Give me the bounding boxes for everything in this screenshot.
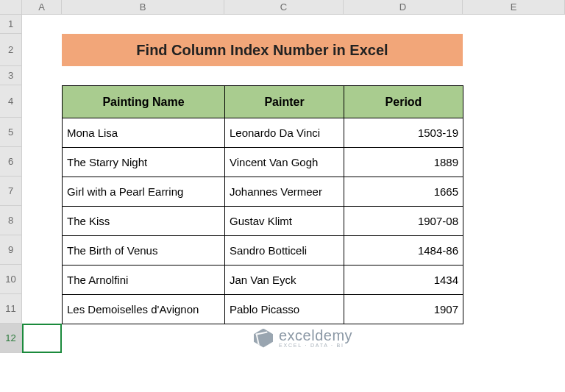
col-painter[interactable]: Painter xyxy=(225,86,344,118)
cell-painting-name[interactable]: Mona Lisa xyxy=(63,118,225,148)
sheet-area[interactable]: Find Column Index Number in Excel Painti… xyxy=(22,15,565,392)
table-row: The Birth of VenusSandro Botticeli1484-8… xyxy=(63,236,463,266)
cell-period[interactable]: 1484-86 xyxy=(344,236,463,266)
row-header-1[interactable]: 1 xyxy=(0,15,21,34)
row-header-2[interactable]: 2 xyxy=(0,34,21,66)
brand-logo: exceldemy EXCEL · DATA · BI xyxy=(254,328,352,348)
cell-painter[interactable]: Gustav Klimt xyxy=(225,207,344,236)
cell-painting-name[interactable]: The Starry Night xyxy=(63,148,225,177)
cell-painting-name[interactable]: Les Demoiselles d'Avignon xyxy=(63,295,225,324)
cell-period[interactable]: 1434 xyxy=(344,266,463,295)
selection-indicator xyxy=(22,324,62,353)
col-painting-name[interactable]: Painting Name xyxy=(63,86,225,118)
row-header-9[interactable]: 9 xyxy=(0,235,21,265)
cell-period[interactable]: 1665 xyxy=(344,177,463,207)
col-header-D[interactable]: D xyxy=(344,0,463,14)
table-row: Les Demoiselles d'AvignonPablo Picasso19… xyxy=(63,295,463,324)
brand-tagline: EXCEL · DATA · BI xyxy=(279,343,352,348)
cell-painter[interactable]: Vincent Van Gogh xyxy=(225,148,344,177)
col-header-A[interactable]: A xyxy=(22,0,62,14)
column-headers: ABCDE xyxy=(0,0,565,15)
table-row: The Starry NightVincent Van Gogh1889 xyxy=(63,148,463,177)
cell-period[interactable]: 1907 xyxy=(344,295,463,324)
col-header-E[interactable]: E xyxy=(463,0,565,14)
row-header-7[interactable]: 7 xyxy=(0,177,21,206)
col-header-B[interactable]: B xyxy=(62,0,224,14)
cell-painting-name[interactable]: The Kiss xyxy=(63,207,225,236)
table-row: Mona LisaLeonardo Da Vinci1503-19 xyxy=(63,118,463,148)
row-header-4[interactable]: 4 xyxy=(0,85,21,118)
row-header-5[interactable]: 5 xyxy=(0,118,21,147)
row-header-10[interactable]: 10 xyxy=(0,265,21,294)
cell-painting-name[interactable]: Girl with a Pearl Earring xyxy=(63,177,225,207)
page-title-text: Find Column Index Number in Excel xyxy=(136,42,388,59)
table-header-row: Painting Name Painter Period xyxy=(63,86,463,118)
col-header-C[interactable]: C xyxy=(224,0,344,14)
cell-period[interactable]: 1907-08 xyxy=(344,207,463,236)
select-all-corner[interactable] xyxy=(0,0,22,14)
row-header-6[interactable]: 6 xyxy=(0,147,21,177)
row-header-12[interactable]: 12 xyxy=(0,324,21,353)
col-period[interactable]: Period xyxy=(344,86,463,118)
cell-painter[interactable]: Jan Van Eyck xyxy=(225,266,344,295)
row-header-3[interactable]: 3 xyxy=(0,66,21,85)
logo-text: exceldemy EXCEL · DATA · BI xyxy=(279,328,352,348)
table-row: The KissGustav Klimt1907-08 xyxy=(63,207,463,236)
table-row: The ArnolfiniJan Van Eyck1434 xyxy=(63,266,463,295)
cell-painting-name[interactable]: The Arnolfini xyxy=(63,266,225,295)
row-header-8[interactable]: 8 xyxy=(0,206,21,235)
logo-hex-icon xyxy=(254,329,273,348)
cell-painter[interactable]: Johannes Vermeer xyxy=(225,177,344,207)
table-row: Girl with a Pearl EarringJohannes Vermee… xyxy=(63,177,463,207)
cell-painter[interactable]: Pablo Picasso xyxy=(225,295,344,324)
cell-painter[interactable]: Sandro Botticeli xyxy=(225,236,344,266)
page-title: Find Column Index Number in Excel xyxy=(62,34,463,66)
paintings-table: Painting Name Painter Period Mona LisaLe… xyxy=(62,85,463,324)
cell-painting-name[interactable]: The Birth of Venus xyxy=(63,236,225,266)
cell-period[interactable]: 1503-19 xyxy=(344,118,463,148)
row-header-11[interactable]: 11 xyxy=(0,294,21,324)
row-headers: 123456789101112 xyxy=(0,15,22,353)
cell-period[interactable]: 1889 xyxy=(344,148,463,177)
cell-painter[interactable]: Leonardo Da Vinci xyxy=(225,118,344,148)
brand-name: exceldemy xyxy=(279,328,352,343)
spreadsheet-viewport: ABCDE 123456789101112 Find Column Index … xyxy=(0,0,565,392)
